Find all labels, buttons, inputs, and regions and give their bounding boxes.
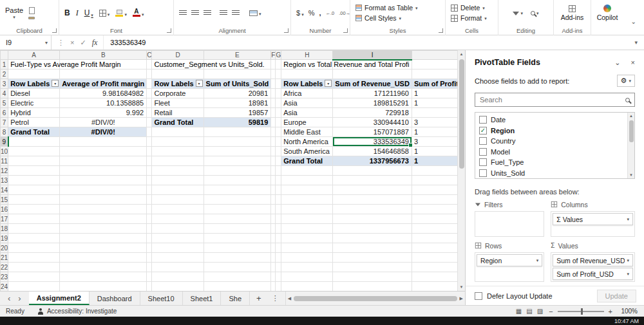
sheet-tab-sheet1[interactable]: Sheet1 bbox=[183, 292, 222, 305]
cell-J5[interactable]: 1 bbox=[412, 98, 457, 108]
area-item[interactable]: Sum of Revenue_USD▾ bbox=[553, 254, 633, 266]
cell-G24[interactable] bbox=[276, 282, 281, 292]
cell-G21[interactable] bbox=[276, 253, 281, 263]
cell-H10[interactable]: South America bbox=[281, 147, 333, 156]
cell-A18[interactable] bbox=[8, 224, 60, 234]
caret-down-icon[interactable]: ▾ bbox=[536, 258, 539, 263]
vertical-scrollbar[interactable]: ▲ ▼ bbox=[457, 50, 465, 291]
cell-F9[interactable] bbox=[271, 137, 276, 147]
cell-I7[interactable]: 330944410 bbox=[333, 118, 412, 127]
scroll-up-icon[interactable]: ▲ bbox=[460, 50, 464, 58]
row-header-14[interactable]: 14 bbox=[1, 185, 8, 195]
cell-G10[interactable] bbox=[276, 147, 281, 156]
increase-decimal-button[interactable]: ←.0 bbox=[325, 10, 334, 16]
decrease-decimal-button[interactable]: .00→ bbox=[339, 10, 350, 16]
cell-J17[interactable] bbox=[412, 214, 457, 224]
cell-E18[interactable] bbox=[204, 224, 271, 234]
sort-filter-button[interactable]: ▾ bbox=[513, 11, 523, 15]
cell-H6[interactable]: Asia bbox=[281, 108, 333, 118]
rows-dropzone[interactable]: Region▾ bbox=[475, 252, 544, 282]
align-left-icon[interactable] bbox=[179, 10, 187, 16]
cell-A1[interactable]: Fuel-Type vs Average Profit Margin bbox=[8, 60, 60, 70]
borders-button[interactable]: ▾ bbox=[99, 10, 110, 17]
cell-I3[interactable]: Sum of Revenue_USD bbox=[333, 79, 412, 89]
cell-J1[interactable] bbox=[412, 60, 457, 70]
values-dropzone[interactable]: Sum of Revenue_USD▾Sum of Profit_USD▾ bbox=[551, 252, 635, 282]
row-header-16[interactable]: 16 bbox=[1, 205, 8, 214]
panel-close-icon[interactable]: × bbox=[631, 59, 635, 67]
cell-F14[interactable] bbox=[271, 185, 276, 195]
dialog-launcher-icon[interactable] bbox=[439, 28, 443, 33]
col-header-D[interactable]: D bbox=[152, 51, 204, 60]
field-item-units_sold[interactable]: Units_Sold bbox=[479, 168, 625, 179]
copy-icon[interactable] bbox=[29, 7, 35, 14]
cell-H8[interactable]: Middle East bbox=[281, 127, 333, 137]
cell-A8[interactable]: Grand Total bbox=[8, 127, 60, 137]
name-box-caret-icon[interactable]: ▾ bbox=[45, 40, 48, 46]
cell-C2[interactable] bbox=[147, 70, 152, 79]
cell-E20[interactable] bbox=[204, 243, 271, 253]
cell-I24[interactable] bbox=[333, 282, 412, 292]
cell-C19[interactable] bbox=[147, 234, 152, 243]
expand-formula-bar-icon[interactable]: ▾ bbox=[634, 39, 644, 46]
cell-E7[interactable]: 59819 bbox=[204, 118, 271, 127]
cell-H16[interactable] bbox=[281, 205, 333, 214]
cell-D15[interactable] bbox=[152, 195, 204, 205]
cell-E15[interactable] bbox=[204, 195, 271, 205]
cell-F22[interactable] bbox=[271, 263, 276, 272]
cell-G3[interactable] bbox=[276, 79, 281, 89]
cell-G11[interactable] bbox=[276, 156, 281, 166]
cell-F7[interactable] bbox=[271, 118, 276, 127]
dialog-launcher-icon[interactable] bbox=[52, 28, 57, 33]
col-header-G[interactable]: G bbox=[276, 51, 281, 60]
cell-I11[interactable]: 1337956673 bbox=[333, 156, 412, 166]
cell-A2[interactable] bbox=[8, 70, 60, 79]
name-box[interactable]: I9 ▾ bbox=[0, 35, 52, 50]
tools-gear-button[interactable]: ⚙▾ bbox=[617, 75, 635, 87]
cell-E14[interactable] bbox=[204, 185, 271, 195]
cell-G19[interactable] bbox=[276, 234, 281, 243]
cell-G20[interactable] bbox=[276, 243, 281, 253]
cell-C24[interactable] bbox=[147, 282, 152, 292]
cell-E10[interactable] bbox=[204, 147, 271, 156]
dialog-launcher-icon[interactable] bbox=[167, 28, 171, 33]
cell-A19[interactable] bbox=[8, 234, 60, 243]
cell-F5[interactable] bbox=[271, 98, 276, 108]
find-select-button[interactable]: ▾ bbox=[531, 11, 539, 15]
cell-E8[interactable] bbox=[204, 127, 271, 137]
cell-B6[interactable]: 9.992 bbox=[60, 108, 147, 118]
filter-dropdown-icon[interactable]: ▾ bbox=[52, 80, 59, 87]
underline-button[interactable]: U▾ bbox=[84, 8, 93, 17]
cell-C20[interactable] bbox=[147, 243, 152, 253]
cell-E19[interactable] bbox=[204, 234, 271, 243]
cell-C12[interactable] bbox=[147, 166, 152, 176]
zoom-out-icon[interactable]: − bbox=[549, 308, 553, 315]
cell-E5[interactable]: 18981 bbox=[204, 98, 271, 108]
sheet-tab-dashboard[interactable]: Dashboard bbox=[90, 292, 140, 305]
cell-I6[interactable]: 729918 bbox=[333, 108, 412, 118]
cell-G5[interactable] bbox=[276, 98, 281, 108]
zoom-slider-thumb[interactable] bbox=[581, 308, 583, 315]
row-header-13[interactable]: 13 bbox=[1, 176, 8, 185]
col-header-J[interactable] bbox=[412, 51, 457, 60]
cell-F19[interactable] bbox=[271, 234, 276, 243]
tab-nav-left-icon[interactable]: ‹ bbox=[8, 293, 10, 303]
cell-J8[interactable]: 1 bbox=[412, 127, 457, 137]
cell-F16[interactable] bbox=[271, 205, 276, 214]
scroll-left-icon[interactable]: ◀ bbox=[288, 296, 291, 301]
cell-F11[interactable] bbox=[271, 156, 276, 166]
scrollbar-thumb[interactable] bbox=[629, 120, 634, 142]
cell-B20[interactable] bbox=[60, 243, 147, 253]
cell-H1[interactable]: Region vs Total Revenue and Total Profi bbox=[281, 60, 333, 70]
field-item-region[interactable]: ✓Region bbox=[479, 125, 625, 136]
cell-A12[interactable] bbox=[8, 166, 60, 176]
cell-D23[interactable] bbox=[152, 272, 204, 282]
paste-button[interactable]: Paste ▾ bbox=[5, 6, 23, 19]
cell-C14[interactable] bbox=[147, 185, 152, 195]
cell-E3[interactable]: Sum of Units_Sold bbox=[204, 79, 271, 89]
cell-G16[interactable] bbox=[276, 205, 281, 214]
scroll-down-icon[interactable]: ▼ bbox=[629, 172, 633, 178]
row-header-9[interactable]: 9 bbox=[1, 137, 8, 147]
row-header-12[interactable]: 12 bbox=[1, 166, 8, 176]
row-header-6[interactable]: 6 bbox=[1, 108, 8, 118]
